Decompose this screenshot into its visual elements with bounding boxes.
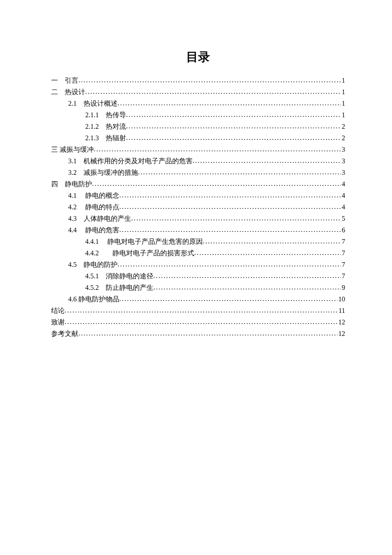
toc-entry: 4.5.1 消除静电的途径7 (51, 273, 345, 280)
toc-leader (118, 100, 341, 107)
toc-page: 1 (341, 89, 345, 95)
toc-text: 二 热设计 (51, 89, 85, 95)
toc-leader (119, 226, 341, 233)
toc-text: 4.5.1 消除静电的途径 (85, 273, 153, 280)
toc-entry: 结论11 (51, 307, 345, 314)
toc-page: 3 (341, 169, 345, 176)
toc-text: 4.6 静电防护物品 (68, 296, 119, 303)
toc-text: 致谢 (51, 319, 65, 326)
toc-leader (119, 192, 341, 199)
toc-page: 6 (341, 227, 345, 234)
toc-entry: 四 静电防护4 (51, 181, 345, 188)
toc-page: 1 (341, 77, 345, 84)
toc-page: 10 (337, 296, 345, 303)
toc-page: 12 (337, 319, 345, 326)
toc-page: 7 (341, 238, 345, 245)
toc-page: 2 (341, 123, 345, 130)
toc-entry: 3.1 机械作用的分类及对电子产品的危害 3 (51, 158, 345, 165)
toc-leader (119, 203, 341, 210)
toc-page: 7 (341, 273, 345, 280)
toc-leader (203, 238, 341, 245)
toc-leader (153, 272, 341, 279)
toc-text: 2.1.2 热对流 (85, 123, 126, 130)
toc-page: 1 (341, 112, 345, 119)
toc-entry: 2.1.3 热辐射2 (51, 135, 345, 142)
toc-leader (118, 261, 341, 268)
toc-leader (92, 180, 341, 187)
toc-entry: 4.3 人体静电的产生 5 (51, 215, 345, 222)
toc-leader (126, 123, 341, 130)
toc-text: 4.5 静电的防护 (68, 261, 118, 268)
toc-leader (194, 249, 341, 256)
toc-entry: 3.2 减振与缓冲的措施 3 (51, 169, 345, 176)
toc-page: 12 (337, 330, 345, 337)
toc-text: 4.5.2 防止静电的产生 (85, 284, 153, 291)
toc-text: 4.2 静电的特点 (68, 204, 119, 211)
toc-entry: 2.1 热设计概述 1 (51, 100, 345, 107)
toc-leader (78, 330, 337, 337)
toc-page: 2 (341, 135, 345, 142)
toc-leader (126, 111, 341, 118)
toc-leader (131, 215, 341, 222)
toc-entry: 4.2 静电的特点 4 (51, 204, 345, 211)
toc-title: 目录 (51, 49, 345, 65)
toc-leader (65, 307, 338, 314)
toc-text: 4.4.2 静电对电子产品的损害形式 (85, 250, 194, 257)
toc-leader (153, 284, 341, 291)
toc-entry: 4.5.2 防止静电的产生9 (51, 284, 345, 291)
toc-entry: 致谢12 (51, 319, 345, 326)
toc-entry: 4.4 静电的危害 6 (51, 227, 345, 234)
toc-leader (138, 169, 341, 176)
toc-entry: 4.6 静电防护物品10 (51, 296, 345, 303)
toc-entry: 二 热设计1 (51, 89, 345, 95)
toc-entry: 4.1 静电的概念 4 (51, 192, 345, 199)
toc-leader (119, 295, 337, 302)
toc-leader (65, 318, 337, 325)
toc-text: 结论 (51, 307, 65, 314)
toc-page: 3 (341, 158, 345, 165)
toc-page: 4 (341, 192, 345, 199)
toc-entry: 一 引言1 (51, 77, 345, 84)
toc-text: 4.4.1 静电对电子产品产生危害的原因 (85, 238, 203, 245)
toc-text: 2.1.3 热辐射 (85, 135, 126, 142)
toc-page: 4 (341, 181, 345, 188)
toc-text: 2.1.1 热传导 (85, 112, 126, 119)
toc-leader (126, 134, 341, 141)
toc-page: 9 (341, 284, 345, 291)
toc-text: 4.1 静电的概念 (68, 192, 119, 199)
toc-text: 参考文献 (51, 330, 78, 337)
toc-page: 11 (338, 307, 345, 314)
toc-leader (85, 88, 341, 95)
toc-entry: 4.5 静电的防护 7 (51, 261, 345, 268)
toc-text: 三 减振与缓冲 (51, 146, 94, 153)
toc-text: 3.1 机械作用的分类及对电子产品的危害 (68, 158, 193, 165)
toc-leader (94, 146, 341, 153)
toc-text: 一 引言 (51, 77, 78, 84)
table-of-contents: 一 引言1 二 热设计1 2.1 热设计概述 1 2.1.1 热传导1 2.1.… (51, 77, 345, 337)
toc-entry: 参考文献12 (51, 330, 345, 337)
toc-leader (193, 157, 341, 164)
toc-entry: 2.1.2 热对流2 (51, 123, 345, 130)
toc-page: 5 (341, 215, 345, 222)
toc-page: 3 (341, 146, 345, 153)
toc-text: 2.1 热设计概述 (68, 100, 118, 107)
toc-text: 3.2 减振与缓冲的措施 (68, 169, 138, 176)
toc-text: 4.4 静电的危害 (68, 227, 119, 234)
toc-page: 4 (341, 204, 345, 211)
toc-leader (78, 77, 341, 84)
toc-entry: 2.1.1 热传导1 (51, 112, 345, 119)
toc-page: 7 (341, 261, 345, 268)
toc-entry: 4.4.2 静电对电子产品的损害形式7 (51, 250, 345, 257)
toc-text: 四 静电防护 (51, 181, 92, 188)
toc-page: 7 (341, 250, 345, 257)
toc-page: 1 (341, 100, 345, 107)
toc-entry: 三 减振与缓冲3 (51, 146, 345, 153)
toc-entry: 4.4.1 静电对电子产品产生危害的原因7 (51, 238, 345, 245)
toc-text: 4.3 人体静电的产生 (68, 215, 131, 222)
